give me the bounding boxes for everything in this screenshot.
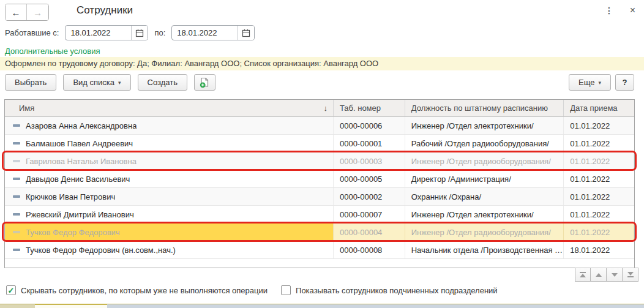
- employee-hire-date[interactable]: 01.01.2022: [564, 152, 634, 170]
- arrow-up-icon: [596, 273, 602, 277]
- previous-row-button[interactable]: [591, 268, 607, 282]
- name-cell[interactable]: Тучков Федор Федорович (вн.совм.,нач.): [5, 241, 334, 258]
- employee-number[interactable]: 0000-00004: [334, 223, 405, 241]
- date-to-value[interactable]: 18.01.2022: [172, 28, 238, 37]
- table-row[interactable]: Крючков Иван Петрович 0000-00002 Охранни…: [5, 188, 634, 206]
- employee-dash-icon: [13, 160, 20, 162]
- hide-employees-label: Скрывать сотрудников, по которым уже не …: [21, 286, 268, 295]
- taskbar-active-tab[interactable]: [35, 304, 107, 308]
- employee-number[interactable]: 0000-00005: [334, 170, 405, 187]
- checkbox-icon[interactable]: ✓: [6, 285, 16, 295]
- filter-summary-bar: Оформлен по трудовому договору: Да; Фили…: [0, 57, 644, 70]
- name-cell[interactable]: Крючков Иван Петрович: [5, 188, 334, 205]
- employee-position[interactable]: Охранник /Охрана/: [405, 188, 564, 205]
- employee-position[interactable]: Начальник отдела /Производственная …: [405, 241, 564, 258]
- table-row[interactable]: Давыдов Денис Васильевич 0000-00005 Дире…: [5, 170, 634, 188]
- employee-position[interactable]: Директор /Администрация/: [405, 170, 564, 187]
- date-to-label: по:: [154, 28, 165, 37]
- forward-arrow-icon: →: [33, 7, 42, 18]
- name-cell[interactable]: Тучков Федор Федорович: [5, 223, 334, 241]
- history-nav-group: ← →: [5, 4, 49, 21]
- table-row[interactable]: Гаврилова Наталья Ивановна 0000-00003 Ин…: [5, 152, 634, 170]
- toolbar-left: Выбрать Вид списка▾ Создать: [5, 74, 215, 91]
- employee-position[interactable]: Инженер /Отдел электротехники/: [405, 117, 564, 134]
- employee-number[interactable]: 0000-00006: [334, 117, 405, 134]
- taskbar-segment[interactable]: [0, 304, 35, 308]
- taskbar-area: [107, 304, 644, 308]
- column-header-name[interactable]: Имя ↓: [5, 100, 334, 116]
- employee-dash-icon: [13, 195, 20, 198]
- calendar-icon[interactable]: [238, 26, 254, 40]
- hide-employees-checkbox[interactable]: ✓ Скрывать сотрудников, по которым уже н…: [6, 285, 268, 295]
- employee-name: Азарова Анна Александровна: [26, 121, 137, 130]
- employee-hire-date[interactable]: 01.01.2022: [564, 206, 634, 223]
- table-row[interactable]: Тучков Федор Федорович (вн.совм.,нач.) 0…: [5, 241, 634, 259]
- table-row[interactable]: Азарова Анна Александровна 0000-00006 Ин…: [5, 117, 634, 135]
- table-row[interactable]: Балмашов Павел Андреевич 0000-00001 Рабо…: [5, 135, 634, 152]
- name-cell[interactable]: Гаврилова Наталья Ивановна: [5, 152, 334, 170]
- select-button[interactable]: Выбрать: [5, 74, 56, 91]
- table-row[interactable]: Тучков Федор Федорович 0000-00004 Инжене…: [5, 223, 634, 241]
- employee-hire-date[interactable]: 01.01.2022: [564, 223, 634, 241]
- employee-hire-date[interactable]: 01.01.2022: [564, 135, 634, 152]
- column-header-date[interactable]: Дата приема: [564, 100, 634, 116]
- arrow-down-icon: [612, 273, 618, 277]
- date-from-label: Работавшие с:: [5, 28, 59, 37]
- table-row[interactable]: Ржевский Дмитрий Иванович 0000-00007 Инж…: [5, 206, 634, 223]
- sort-descending-icon[interactable]: ↓: [323, 103, 328, 113]
- go-to-last-button[interactable]: [623, 268, 638, 282]
- date-filter-row: Работавшие с: 18.01.2022 по: 18.01.2022: [5, 25, 255, 40]
- date-from-value[interactable]: 18.01.2022: [66, 28, 131, 37]
- additional-conditions-link[interactable]: Дополнительные условия: [5, 47, 100, 56]
- date-from-input[interactable]: 18.01.2022: [65, 25, 148, 40]
- last-row-icon: [627, 272, 634, 276]
- toolbar-right: Еще▾ ?: [569, 74, 634, 91]
- go-to-first-button[interactable]: [575, 268, 591, 282]
- employee-number[interactable]: 0000-00001: [334, 135, 405, 152]
- name-cell[interactable]: Ржевский Дмитрий Иванович: [5, 206, 334, 223]
- employee-number[interactable]: 0000-00003: [334, 152, 405, 170]
- column-header-number[interactable]: Таб. номер: [334, 100, 405, 116]
- employee-dash-icon: [13, 249, 20, 251]
- table-nav-buttons: [575, 268, 638, 282]
- employee-position[interactable]: Инженер /Отдел радиооборудования/: [405, 223, 564, 241]
- close-icon[interactable]: ×: [630, 5, 635, 16]
- back-button[interactable]: ←: [6, 4, 27, 20]
- employee-position[interactable]: Инженер /Отдел радиооборудования/: [405, 152, 564, 170]
- employee-dash-icon: [13, 213, 20, 216]
- employee-number[interactable]: 0000-00007: [334, 206, 405, 223]
- employee-position[interactable]: Инженер /Отдел электротехники/: [405, 206, 564, 223]
- new-document-button[interactable]: [194, 74, 215, 91]
- employee-position[interactable]: Рабочий /Отдел радиооборудования/: [405, 135, 564, 152]
- employee-name: Гаврилова Наталья Ивановна: [26, 157, 137, 166]
- first-row-icon: [580, 272, 586, 273]
- column-header-position[interactable]: Должность по штатному расписанию: [405, 100, 564, 116]
- chevron-down-icon: ▾: [118, 80, 121, 86]
- next-row-button[interactable]: [607, 268, 623, 282]
- help-button[interactable]: ?: [615, 74, 634, 91]
- show-subordinate-checkbox[interactable]: ✓ Показывать сотрудников подчиненных под…: [281, 285, 498, 295]
- calendar-icon[interactable]: [131, 26, 148, 40]
- checkbox-icon[interactable]: ✓: [281, 285, 291, 295]
- employee-hire-date[interactable]: 18.01.2022: [564, 241, 634, 258]
- employee-hire-date[interactable]: 01.01.2022: [564, 117, 634, 134]
- date-to-input[interactable]: 18.01.2022: [171, 25, 255, 40]
- employee-hire-date[interactable]: 01.01.2022: [564, 170, 634, 187]
- name-cell[interactable]: Балмашов Павел Андреевич: [5, 135, 334, 152]
- forward-button[interactable]: →: [27, 4, 48, 20]
- title-bar: ← → Сотрудники ⋮ ×: [5, 3, 635, 21]
- employee-dash-icon: [13, 231, 20, 233]
- table-body: Азарова Анна Александровна 0000-00006 Ин…: [5, 117, 634, 259]
- employee-name: Крючков Иван Петрович: [26, 192, 115, 201]
- name-cell[interactable]: Давыдов Денис Васильевич: [5, 170, 334, 187]
- create-button[interactable]: Создать: [138, 74, 187, 91]
- list-view-button[interactable]: Вид списка▾: [63, 74, 130, 91]
- more-button[interactable]: Еще▾: [569, 74, 611, 91]
- employee-dash-icon: [13, 142, 20, 145]
- kebab-menu-icon[interactable]: ⋮: [605, 6, 613, 15]
- employee-hire-date[interactable]: 01.01.2022: [564, 188, 634, 205]
- employee-number[interactable]: 0000-00002: [334, 188, 405, 205]
- employee-number[interactable]: 0000-00008: [334, 241, 405, 258]
- employee-name: Балмашов Павел Андреевич: [26, 139, 133, 148]
- name-cell[interactable]: Азарова Анна Александровна: [5, 117, 334, 134]
